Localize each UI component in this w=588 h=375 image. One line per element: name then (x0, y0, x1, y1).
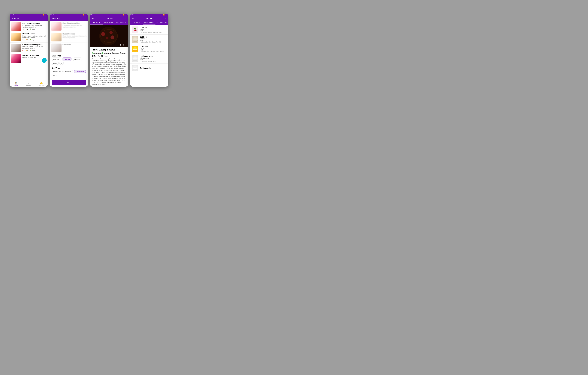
app-title-phone3: Details (106, 17, 113, 20)
leaf-icon-strawberry: 🌿 (30, 28, 32, 30)
recipe-list-phone1: Easy Strawberry Sh... If you want to add… (10, 21, 48, 81)
tag-gluten-free-label: Gluten Free (104, 53, 111, 54)
cornmeal-svg (132, 46, 138, 52)
chip-side-dish[interactable]: Side Dish (52, 57, 61, 61)
time-muesli: ⏱ 30 (26, 39, 29, 41)
apply-button[interactable]: Apply (52, 80, 86, 85)
ingredient-info-baking-soda: Baking soda (140, 67, 167, 69)
diet-type-header: Diet Type (50, 66, 88, 70)
ingredient-cherries: 🍒 Cherries 1.0 cup solid 1 cup Fresh Che… (130, 25, 168, 34)
menu-button-phone2[interactable]: ⋮ (84, 17, 86, 20)
svg-point-5 (111, 35, 114, 39)
ingredient-state-cornmeal: solid (140, 49, 167, 51)
screen-content-phone4: 🍒 Cherries 1.0 cup solid 1 cup Fresh Che… (130, 25, 168, 87)
time-phone4: 16:19 (131, 14, 134, 15)
tag-dairy-free-check: ✓ (92, 55, 94, 57)
chip-ve-label: Ve (53, 75, 55, 76)
tag-cheap-check: ✓ (101, 55, 103, 57)
tab-instructions-phone4[interactable]: INSTRUCTIONS (156, 21, 168, 25)
meal-type-header: Meal Type (50, 53, 88, 57)
chip-dessert[interactable]: ✓ Dessert (62, 57, 72, 61)
tab-ingredients-label: INGREDIENTS (104, 22, 114, 23)
chip-appetizer-label: Appetizer (74, 58, 80, 60)
tab-instructions-phone3[interactable]: INSTRUCTIONS (115, 21, 128, 25)
chip-ve[interactable]: Ve (52, 74, 57, 77)
recipe-tags-phone3: ✓ Vegetarian ✓ Gluten Free ✓ Healthy ✓ V… (90, 52, 128, 58)
ingredient-baking-powder: Baking powder 2.0 teaspoons solid 2 teas… (130, 54, 168, 64)
ingredient-desc-oat-flour: 2-1/2 cups Oat Flour (Bob's Red Mill) (140, 41, 167, 43)
clock-icon-chocolate: ⏱ (26, 50, 27, 51)
baking-soda-svg (132, 65, 138, 71)
ingredient-state-cherries: solid (140, 30, 167, 32)
tag-vegan: ✓ Vegan (120, 52, 126, 54)
menu-button-phone1[interactable]: ⋮ (44, 17, 46, 20)
hero-likes-count: 1 (120, 44, 121, 46)
back-button-phone4[interactable]: ← (132, 17, 134, 20)
tab-ingredients-phone3[interactable]: INGREDIENTS (103, 21, 116, 25)
tag-gluten-free-check: ✓ (102, 52, 103, 54)
tab-overview-phone3[interactable]: OVERVIEW (90, 21, 103, 25)
meal-type-chips: Side Dish ✓ Dessert Appetizer Salad B (50, 57, 88, 66)
ingredient-info-oat-flour: Oat flour 2.0 cups solid 2-1/2 cups Oat … (140, 36, 167, 43)
tag-muesli: 🌿 Vegan (30, 39, 35, 41)
ingredient-thumb-cherries: 🍒 (132, 26, 138, 33)
ingredient-desc-cherries: 1 cup Fresh Cherries, pitted and frozen (140, 32, 167, 33)
oat-flour-svg (132, 36, 138, 43)
tab-overview-label-phone4: OVERVIEW (133, 22, 140, 23)
recipe-meta-strawberry: ♥ 1 ⏱ 10 🌿 Vegan (22, 28, 47, 30)
recipe-item-strawberry[interactable]: Easy Strawberry Sh... If you want to add… (10, 21, 48, 32)
tab-overview-phone4[interactable]: OVERVIEW (130, 21, 143, 25)
dimmed-thumb-muesli (51, 33, 62, 41)
ingredient-state-baking-powder: solid (140, 59, 167, 60)
recipes-nav-icon: 📋 (15, 82, 18, 85)
svg-point-9 (133, 39, 137, 40)
heart-icon-chocolate: ♥ (22, 50, 23, 51)
svg-point-12 (133, 48, 137, 50)
star-button-phone4[interactable]: ☆ (165, 17, 167, 20)
hero-likes-phone3: ♥ 1 (119, 44, 121, 46)
recipe-title-cherries: Cherries & Yogurt Pa... (22, 54, 47, 56)
back-button-phone3[interactable]: ← (92, 17, 94, 20)
ingredient-info-cornmeal: Cornmeal 1.0 cup solid 1 cup Fine Grind … (140, 45, 167, 52)
chip-ketogenic[interactable]: Ketogenic (63, 70, 73, 73)
likes-chocolate: ♥ 3 (22, 50, 24, 51)
recipe-thumb-cherries (11, 54, 21, 63)
screen-content-phone3: ♥ 1 ⏱ 45 Fresh Cherry Scones ✓ Vegetaria… (90, 25, 128, 87)
hero-meta-phone3: ♥ 1 ⏱ 45 (119, 44, 126, 46)
chip-side-dish-label: Side Dish (53, 58, 59, 60)
tag-chocolate: 🌿 Vegan (30, 50, 35, 51)
star-button-phone3[interactable]: ☆ (125, 17, 126, 20)
time-phone2: 16:19 (51, 14, 54, 15)
battery-phone3: 83% (125, 14, 127, 15)
tab-ingredients-phone4[interactable]: INGREDIENTS (143, 21, 156, 25)
nav-foodjoke-phone1[interactable]: 😊 Food Joke (35, 82, 48, 86)
chip-salad[interactable]: Salad (52, 62, 59, 65)
recipe-info-strawberry: Easy Strawberry Sh... If you want to add… (21, 22, 47, 30)
recipe-item-cherries[interactable]: Cherries & Yogurt Pa... Cherries and Yog… (10, 53, 48, 64)
chip-dessert-check: ✓ (63, 58, 65, 60)
ingredient-name-baking-powder: Baking powder (140, 55, 167, 57)
chip-gluten-free-label: Gluten Free (53, 71, 61, 72)
app-title-phone4: Details (146, 17, 153, 20)
chip-appetizer[interactable]: Appetizer (73, 57, 82, 61)
heart-icon-muesli: ♥ (22, 39, 23, 41)
dimmed-thumb-chocolate (51, 44, 62, 52)
dimmed-recipe-list: Easy Strawberry Sh... If you want to add… (50, 21, 88, 53)
nav-favorites-phone1[interactable]: ☆ Favorites (22, 82, 35, 86)
chip-b[interactable]: B (59, 62, 64, 65)
diet-type-chips: Gluten Free Ketogenic ✓ Vegetarian Ve (50, 70, 88, 78)
recipe-body-text-phone3: You can never have too many breakfast re… (90, 58, 128, 87)
nav-recipes-phone1[interactable]: 📋 Recipes (10, 82, 22, 86)
recipe-item-muesli[interactable]: Muesli Cookies Muesli Cookies is a desse… (10, 32, 48, 43)
chip-gluten-free[interactable]: Gluten Free (52, 70, 63, 73)
dimmed-title-chocolate: Chocolate (63, 44, 87, 45)
hero-clock-icon: ⏱ (123, 44, 124, 46)
phone2-filter: 16:19 ▪▪▪ 📶 84% Recipes ⋮ Easy Strawberr… (50, 13, 88, 87)
tag-healthy-check: ✓ (112, 52, 114, 54)
chip-vegetarian[interactable]: ✓ Vegetarian (74, 70, 86, 73)
tag-vegetarian-label: Vegetarian (94, 53, 101, 54)
ingredient-thumb-cornmeal (132, 46, 138, 52)
recipe-item-chocolate[interactable]: Chocolate Pudding - Rav... Chocolate Pud… (10, 43, 48, 53)
chip-ketogenic-label: Ketogenic (65, 71, 71, 72)
tag-cheap: ✓ Cheap (101, 55, 108, 57)
